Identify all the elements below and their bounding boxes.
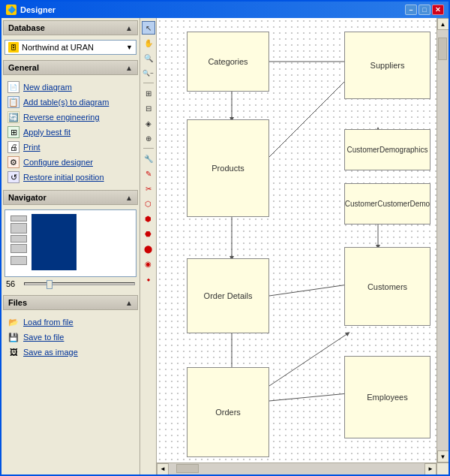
files-section: 📂 Load from file 💾 Save to file 🖼 Save a… xyxy=(2,312,140,363)
hand-tool[interactable]: ✋ xyxy=(142,36,155,50)
new-diagram-icon: 📄 xyxy=(8,81,20,93)
minimize-button[interactable]: – xyxy=(405,5,417,15)
close-button[interactable]: ✕ xyxy=(432,5,444,15)
tool-10[interactable]: ⬣ xyxy=(142,227,155,240)
scroll-down-button[interactable]: ▼ xyxy=(437,450,449,462)
save-to-file-item[interactable]: 💾 Save to file xyxy=(4,330,136,345)
general-collapse-icon[interactable]: ▲ xyxy=(125,64,133,72)
load-from-file-item[interactable]: 📂 Load from file xyxy=(4,315,136,330)
print-icon: 🖨 xyxy=(8,141,20,153)
app-icon: 🔷 xyxy=(6,5,16,15)
left-panel: Database ▲ 🗄 Northwind at URAN ▼ General… xyxy=(2,18,140,474)
new-diagram-item[interactable]: 📄 New diagram xyxy=(4,80,136,95)
svg-line-8 xyxy=(269,393,348,401)
tool-9[interactable]: ⬢ xyxy=(142,212,155,225)
zoom-slider[interactable] xyxy=(24,282,135,285)
tool-5[interactable]: 🔧 xyxy=(142,152,155,165)
zoom-out-tool[interactable]: 🔍− xyxy=(142,66,155,80)
toolbar-separator-1 xyxy=(143,83,154,83)
er-label-customers: Customers xyxy=(368,282,407,291)
er-label-customer-customer-demo: CustomerCustomerDemo xyxy=(345,200,430,208)
apply-best-fit-label: Apply best fit xyxy=(23,128,70,137)
tool-12[interactable]: ◉ xyxy=(142,257,155,270)
add-table-label: Add table(s) to diagram xyxy=(23,98,109,107)
er-box-orders[interactable]: Orders xyxy=(187,367,269,457)
er-label-customer-demographics: CustomerDemographics xyxy=(347,146,428,154)
database-dropdown[interactable]: 🗄 Northwind at URAN ▼ xyxy=(4,40,136,55)
er-label-categories: Categories xyxy=(208,57,248,66)
er-label-orders: Orders xyxy=(215,408,241,417)
svg-line-2 xyxy=(269,78,348,157)
reverse-engineering-icon: 🔄 xyxy=(8,111,20,123)
general-section: 📄 New diagram 📋 Add table(s) to diagram … xyxy=(2,77,140,188)
er-box-products[interactable]: Products xyxy=(187,119,269,217)
navigator-viewport xyxy=(32,214,76,270)
database-section: 🗄 Northwind at URAN ▼ xyxy=(2,37,140,58)
database-icon: 🗄 xyxy=(8,42,19,53)
scroll-thumb-vertical[interactable] xyxy=(438,38,447,60)
navigator-mini-diagram xyxy=(9,214,30,268)
zoom-row: 56 xyxy=(4,277,136,290)
er-box-customer-customer-demo[interactable]: CustomerCustomerDemo xyxy=(344,183,430,224)
scroll-track-horizontal[interactable] xyxy=(169,463,424,474)
scroll-right-button[interactable]: ► xyxy=(424,463,436,475)
reverse-engineering-item[interactable]: 🔄 Reverse engineering xyxy=(4,110,136,125)
tool-2[interactable]: ⊟ xyxy=(142,101,155,115)
er-label-products: Products xyxy=(212,164,244,173)
tool-11[interactable]: ⬤ xyxy=(142,242,155,255)
tool-6[interactable]: ✎ xyxy=(142,167,155,180)
database-section-header: Database ▲ xyxy=(3,20,138,35)
print-item[interactable]: 🖨 Print xyxy=(4,140,136,155)
print-label: Print xyxy=(23,143,40,152)
save-file-icon: 💾 xyxy=(8,331,20,343)
tool-13[interactable]: ⬥ xyxy=(142,272,155,285)
scroll-thumb-horizontal[interactable] xyxy=(176,464,199,473)
toolbar-strip: ↖ ✋ 🔍 🔍− ⊞ ⊟ ◈ ⊕ 🔧 ✎ ✂ ⬡ ⬢ ⬣ ⬤ ◉ ⬥ xyxy=(140,18,157,474)
files-label: Files xyxy=(8,298,27,307)
files-section-header: Files ▲ xyxy=(3,295,138,310)
er-box-customer-demographics[interactable]: CustomerDemographics xyxy=(344,129,430,170)
database-collapse-icon[interactable]: ▲ xyxy=(125,24,133,32)
add-table-icon: 📋 xyxy=(8,96,20,108)
er-box-employees[interactable]: Employees xyxy=(344,356,430,438)
tool-1[interactable]: ⊞ xyxy=(142,86,155,100)
general-section-header: General ▲ xyxy=(3,60,138,75)
svg-line-6 xyxy=(269,285,348,296)
load-file-label: Load from file xyxy=(23,318,74,327)
er-box-suppliers[interactable]: Suppliers xyxy=(344,32,430,99)
tool-8[interactable]: ⬡ xyxy=(142,197,155,210)
files-collapse-icon[interactable]: ▲ xyxy=(125,299,133,307)
save-image-icon: 🖼 xyxy=(8,346,20,358)
configure-designer-item[interactable]: ⚙ Configure designer xyxy=(4,155,136,170)
scroll-up-button[interactable]: ▲ xyxy=(437,18,449,30)
configure-designer-icon: ⚙ xyxy=(8,156,20,168)
navigator-collapse-icon[interactable]: ▲ xyxy=(125,194,133,202)
zoom-value: 56 xyxy=(6,279,21,288)
tool-3[interactable]: ◈ xyxy=(142,116,155,130)
vertical-scrollbar: ▲ ▼ xyxy=(436,18,448,462)
restore-position-item[interactable]: ↺ Restore initial position xyxy=(4,170,136,185)
scrollbar-corner xyxy=(436,462,448,474)
er-box-customers[interactable]: Customers xyxy=(344,247,430,326)
er-box-order-details[interactable]: Order Details xyxy=(187,258,269,333)
er-box-categories[interactable]: Categories xyxy=(187,32,269,92)
save-file-label: Save to file xyxy=(23,333,64,342)
save-as-image-item[interactable]: 🖼 Save as image xyxy=(4,345,136,360)
tool-4[interactable]: ⊕ xyxy=(142,131,155,145)
scroll-left-button[interactable]: ◄ xyxy=(157,463,169,475)
canvas-area[interactable]: Categories Products Order Details Orders xyxy=(157,18,436,462)
add-table-item[interactable]: 📋 Add table(s) to diagram xyxy=(4,95,136,110)
tool-7[interactable]: ✂ xyxy=(142,182,155,195)
zoom-in-tool[interactable]: 🔍 xyxy=(142,51,155,65)
pointer-tool[interactable]: ↖ xyxy=(142,21,155,35)
restore-position-icon: ↺ xyxy=(8,171,20,183)
configure-designer-label: Configure designer xyxy=(23,158,93,167)
maximize-button[interactable]: □ xyxy=(418,5,430,15)
navigator-box[interactable] xyxy=(4,209,136,277)
main-window: 🔷 Designer – □ ✕ Database ▲ 🗄 Northwind … xyxy=(0,0,450,476)
title-bar-left: 🔷 Designer xyxy=(6,5,56,15)
scroll-track-vertical[interactable] xyxy=(437,30,448,450)
apply-best-fit-item[interactable]: ⊞ Apply best fit xyxy=(4,125,136,140)
main-layout: Database ▲ 🗄 Northwind at URAN ▼ General… xyxy=(2,18,448,474)
er-label-employees: Employees xyxy=(367,393,407,402)
